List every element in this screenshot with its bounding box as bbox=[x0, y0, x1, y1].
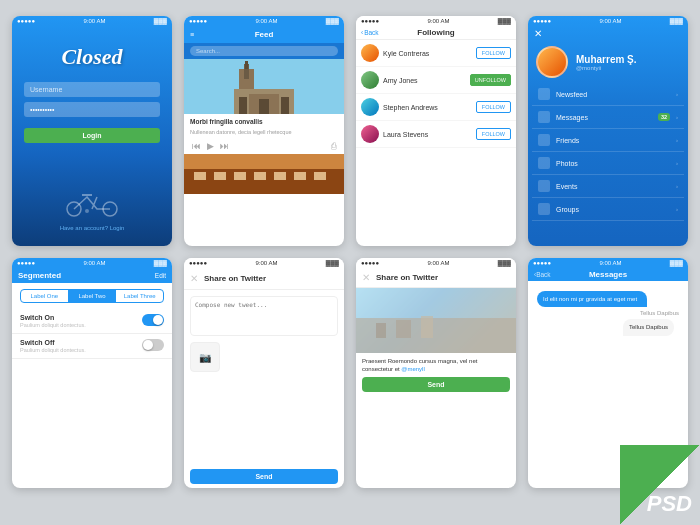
footer-text: Have an account? bbox=[60, 225, 108, 231]
svg-point-2 bbox=[85, 209, 89, 213]
feed-title: Feed bbox=[255, 30, 274, 39]
time-twitter: 9:00 AM bbox=[255, 260, 277, 266]
unfollow-btn-amy[interactable]: UNFOLLOW bbox=[470, 74, 511, 86]
avatar-laura bbox=[361, 125, 379, 143]
toggle-off[interactable] bbox=[142, 339, 164, 351]
time-profile: 9:00 AM bbox=[599, 18, 621, 24]
svg-rect-14 bbox=[194, 172, 206, 180]
message-received-wrapper: Tellus Dapibus Tellus Dapibus bbox=[618, 310, 679, 338]
svg-rect-18 bbox=[274, 172, 286, 180]
chevron-photos: › bbox=[676, 160, 678, 166]
svg-rect-19 bbox=[294, 172, 306, 180]
play-icon[interactable]: ▶ bbox=[207, 141, 214, 151]
phone-twitter-image: ●●●●● 9:00 AM ▓▓▓ ✕ Share on Twitter Pra… bbox=[356, 258, 516, 488]
back-label-msgs: Back bbox=[536, 271, 550, 278]
menu-icon[interactable]: ≡ bbox=[190, 31, 194, 38]
name-laura: Laura Stevens bbox=[383, 131, 472, 138]
following-back-btn[interactable]: ‹ Back bbox=[361, 29, 379, 36]
seg-btn-1[interactable]: Label One bbox=[21, 290, 69, 302]
switch-off-inner: Switch Off Paulium doliquit dontectus. bbox=[20, 339, 164, 353]
psd-label: PSD bbox=[647, 491, 692, 517]
seg-btn-2[interactable]: Label Two bbox=[69, 290, 117, 302]
switch-on-inner: Switch On Paulium doliquit dontectus. bbox=[20, 314, 164, 328]
password-input[interactable] bbox=[24, 102, 160, 117]
menu-item-messages[interactable]: Messages 32 › bbox=[532, 106, 684, 129]
switch-off-text: Switch Off Paulium doliquit dontectus. bbox=[20, 339, 86, 353]
message-bubble-received: Tellus Dapibus bbox=[623, 319, 674, 335]
follow-btn-stephen[interactable]: FOLLOW bbox=[476, 101, 511, 113]
menu-item-photos[interactable]: Photos › bbox=[532, 152, 684, 175]
footer-link[interactable]: Login bbox=[110, 225, 125, 231]
feed-controls: ⏮ ▶ ⏭ ⎙ bbox=[184, 138, 344, 154]
twitter2-close-icon[interactable]: ✕ bbox=[362, 272, 370, 283]
signal-twitter2: ●●●●● bbox=[361, 260, 379, 266]
twitter-send-btn[interactable]: Send bbox=[190, 469, 338, 484]
switch-on-label: Switch On bbox=[20, 314, 86, 321]
signal-messages: ●●●●● bbox=[533, 260, 551, 266]
login-button[interactable]: Login bbox=[24, 128, 160, 143]
status-bar-following: ●●●●● 9:00 AM ▓▓▓ bbox=[356, 16, 516, 26]
following-title: Following bbox=[417, 28, 454, 37]
svg-rect-6 bbox=[245, 61, 248, 69]
tweet-input[interactable] bbox=[190, 296, 338, 336]
avatar-kyle bbox=[361, 44, 379, 62]
phone-segmented: ●●●●● 9:00 AM ▓▓▓ Segmented Edit Label O… bbox=[12, 258, 172, 488]
battery-twitter: ▓▓▓ bbox=[326, 260, 339, 266]
name-stephen: Stephen Andrews bbox=[383, 104, 472, 111]
twitter-close-row: ✕ Share on Twitter bbox=[184, 268, 344, 290]
menu-item-groups[interactable]: Groups › bbox=[532, 198, 684, 221]
switch-on-text: Switch On Paulium doliquit dontectus. bbox=[20, 314, 86, 328]
menu-item-events[interactable]: Events › bbox=[532, 175, 684, 198]
switch-on-sub: Paulium doliquit dontectus. bbox=[20, 322, 86, 328]
twitter-title: Share on Twitter bbox=[204, 274, 266, 283]
twitter-body: 📷 bbox=[184, 290, 344, 465]
church-illustration bbox=[184, 59, 344, 114]
rewind-icon[interactable]: ⏮ bbox=[192, 141, 201, 151]
username-input[interactable] bbox=[24, 82, 160, 97]
messages-back-btn[interactable]: ‹ Back bbox=[534, 271, 551, 278]
status-bar-twitter2: ●●●●● 9:00 AM ▓▓▓ bbox=[356, 258, 516, 268]
toggle-on[interactable] bbox=[142, 314, 164, 326]
seg-btn-3[interactable]: Label Three bbox=[116, 290, 163, 302]
status-bar-messages: ●●●●● 9:00 AM ▓▓▓ bbox=[528, 258, 688, 268]
image-placeholder: 📷 bbox=[190, 342, 220, 372]
battery-seg: ▓▓▓ bbox=[154, 260, 167, 266]
follow-btn-laura[interactable]: FOLLOW bbox=[476, 128, 511, 140]
newsfeed-label: Newsfeed bbox=[556, 91, 670, 98]
chevron-groups: › bbox=[676, 206, 678, 212]
switch-off-label: Switch Off bbox=[20, 339, 86, 346]
messages-header: ‹ Back Messages bbox=[528, 268, 688, 281]
signal-feed: ●●●●● bbox=[189, 18, 207, 24]
message-sender-name: Tellus Dapibus bbox=[618, 310, 679, 316]
signal-seg: ●●●●● bbox=[17, 260, 35, 266]
feed-search-input[interactable] bbox=[190, 46, 338, 56]
svg-rect-17 bbox=[254, 172, 266, 180]
menu-item-friends[interactable]: Friends › bbox=[532, 129, 684, 152]
twitter2-title: Share on Twitter bbox=[376, 273, 438, 282]
status-bar-twitter: ●●●●● 9:00 AM ▓▓▓ bbox=[184, 258, 344, 268]
chevron-events: › bbox=[676, 183, 678, 189]
close-icon[interactable]: ✕ bbox=[534, 28, 542, 39]
menu-item-newsfeed[interactable]: Newsfeed › bbox=[532, 83, 684, 106]
profile-info: Muharrem Ş. @montyii bbox=[576, 54, 637, 71]
segment-control: Label One Label Two Label Three bbox=[20, 289, 164, 303]
time-messages: 9:00 AM bbox=[599, 260, 621, 266]
time-following: 9:00 AM bbox=[427, 18, 449, 24]
profile-close-row: ✕ bbox=[528, 26, 688, 41]
svg-rect-15 bbox=[214, 172, 226, 180]
twitter2-background-image bbox=[356, 288, 516, 353]
following-header: ‹ Back Following bbox=[356, 26, 516, 40]
messages-title: Messages bbox=[589, 270, 627, 279]
share-icon[interactable]: ⎙ bbox=[331, 141, 336, 151]
chevron-friends: › bbox=[676, 137, 678, 143]
signal-following: ●●●●● bbox=[361, 18, 379, 24]
messages-badge: 32 bbox=[658, 113, 670, 121]
twitter-close-icon[interactable]: ✕ bbox=[190, 273, 198, 284]
forward-icon[interactable]: ⏭ bbox=[220, 141, 229, 151]
building-illustration bbox=[184, 154, 344, 194]
seg-edit[interactable]: Edit bbox=[155, 272, 166, 279]
chevron-newsfeed: › bbox=[676, 91, 678, 97]
follow-btn-kyle[interactable]: FOLLOW bbox=[476, 47, 511, 59]
twitter2-send-btn[interactable]: Send bbox=[362, 377, 510, 392]
back-label: Back bbox=[364, 29, 378, 36]
